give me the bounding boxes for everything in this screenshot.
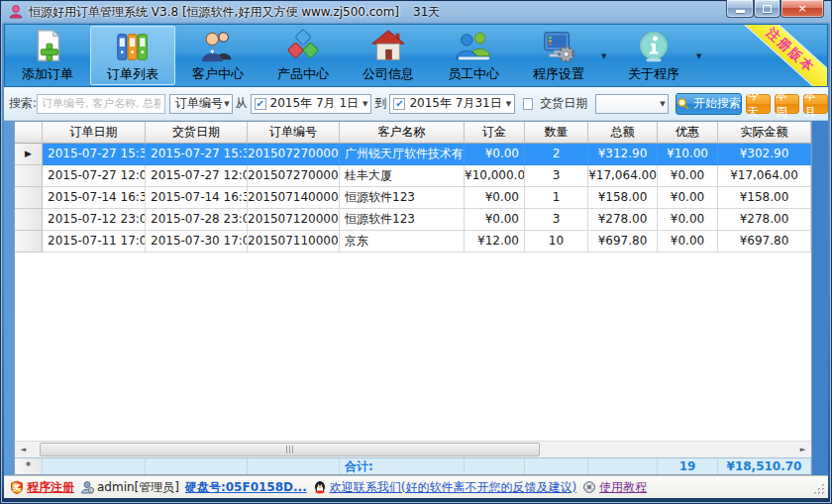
new-row-marker: * (15, 458, 43, 474)
this-week-button[interactable]: 本周 (775, 94, 799, 114)
table-row[interactable]: ▶ 2015-07-27 15:37 2015-07-27 15:37 2015… (15, 144, 811, 165)
tutorial-icon (582, 480, 596, 494)
cell-delivery-date: 2015-07-27 12:06 (146, 165, 248, 187)
disk-id-text[interactable]: 硬盘号:05F0158D... (185, 479, 307, 496)
column-header[interactable]: 订金 (465, 122, 525, 144)
chevron-down-icon: ▼ (506, 100, 511, 108)
cell-customer: 桂丰大厦 (340, 165, 465, 187)
employee-center-icon (455, 28, 492, 65)
register-link-text[interactable]: 程序注册 (27, 479, 74, 496)
product-center-icon (284, 28, 322, 65)
totals-quantity: 19 (658, 458, 718, 474)
app-window: 恒源好用订单管理系统 V3.8 [恒源软件,好用又方便 www.zj500.co… (0, 0, 832, 504)
settings-icon (540, 28, 577, 65)
column-header[interactable]: 总额 (588, 122, 658, 144)
toolbar-add-order[interactable]: 添加订单 (5, 26, 90, 85)
toolbar-settings[interactable]: 程序设置 (516, 26, 601, 85)
column-header[interactable]: 数量 (525, 122, 588, 144)
tutorial-link-text[interactable]: 使用教程 (599, 479, 647, 496)
svg-text:奖: 奖 (12, 483, 22, 492)
cell-quantity: 10 (525, 231, 588, 252)
contact-link-text[interactable]: 欢迎联系我们(好的软件离不开您的反馈及建议) (330, 479, 576, 496)
cell-deposit: ¥0.00 (465, 187, 525, 209)
contact-link[interactable]: 欢迎联系我们(好的软件离不开您的反馈及建议) (313, 479, 576, 496)
disk-id-link[interactable]: 硬盘号:05F0158D... (185, 479, 307, 496)
qq-icon (313, 480, 327, 494)
column-header[interactable]: 优惠 (658, 122, 718, 144)
scrollbar-thumb[interactable] (40, 443, 540, 456)
register-link[interactable]: 奖 程序注册 (10, 479, 74, 496)
resize-grip[interactable] (813, 483, 826, 496)
today-button[interactable]: 今天 (746, 94, 771, 114)
column-header[interactable]: 客户名称 (340, 122, 465, 144)
toolbar-product-center[interactable]: 产品中心 (260, 26, 346, 85)
toolbar-label: 公司信息 (363, 65, 414, 83)
totals-empty-cell (465, 458, 525, 474)
about-dropdown-icon[interactable]: ▼ (696, 52, 706, 60)
column-header[interactable]: 交货日期 (146, 122, 248, 144)
row-selector-cell (15, 165, 43, 187)
cell-discount: ¥0.00 (658, 165, 718, 187)
toolbar-about[interactable]: 关于程序 (611, 26, 696, 85)
table-row[interactable]: 2015-07-12 23:01 2015-07-28 23:01 201507… (15, 209, 811, 231)
delivery-date-combobox[interactable]: ▼ (595, 94, 668, 114)
registration-ribbon: 注册版本 (727, 24, 828, 87)
add-order-icon (29, 28, 66, 65)
delivery-date-checkbox[interactable] (523, 98, 533, 110)
table-row[interactable]: 2015-07-14 16:30 2015-07-14 16:30 201507… (15, 187, 811, 209)
scroll-right-icon[interactable]: ► (794, 442, 811, 457)
toolbar-employee-center[interactable]: 员工中心 (431, 26, 516, 85)
chevron-down-icon: ▼ (224, 100, 229, 108)
scroll-left-icon[interactable]: ◄ (15, 442, 32, 457)
cell-total: ¥17,064.00 (588, 165, 658, 187)
totals-label: 合计: (340, 458, 465, 474)
maximize-icon (763, 5, 772, 13)
delivery-date-label: 交货日期 (540, 95, 587, 112)
table-row[interactable]: 2015-07-27 12:06 2015-07-27 12:06 201507… (15, 165, 811, 187)
cell-quantity: 1 (525, 187, 588, 209)
tutorial-link[interactable]: 使用教程 (582, 479, 647, 496)
cell-discount: ¥10.00 (658, 144, 718, 165)
cell-actual-amount: ¥278.00 (718, 209, 811, 231)
date-to-checkbox[interactable]: ✔ (393, 98, 405, 110)
totals-row: * 合计: 19 ¥18,510.70 (15, 457, 811, 474)
cell-order-date: 2015-07-27 12:06 (43, 165, 146, 187)
shield-icon: 奖 (10, 480, 24, 494)
horizontal-scrollbar[interactable]: ◄ ► (15, 441, 811, 457)
column-header[interactable]: 订单编号 (248, 122, 340, 144)
row-selector-cell (15, 209, 43, 231)
toolbar-order-list[interactable]: 订单列表 (90, 26, 175, 85)
cell-quantity: 3 (525, 209, 588, 231)
column-header[interactable]: 订单日期 (43, 122, 146, 144)
cell-delivery-date: 2015-07-14 16:30 (146, 187, 248, 209)
date-from-checkbox[interactable]: ✔ (255, 98, 266, 110)
table-header-row: 订单日期 交货日期 订单编号 客户名称 订金 数量 总额 优惠 实际金额 (15, 122, 811, 144)
search-input[interactable] (37, 94, 165, 114)
cell-quantity: 2 (525, 144, 588, 165)
this-month-button[interactable]: 本月 (803, 94, 828, 114)
toolbar-company-info[interactable]: 公司信息 (346, 26, 431, 85)
maximize-button[interactable] (754, 0, 780, 18)
close-button[interactable]: × (780, 0, 824, 18)
column-header[interactable]: 实际金额 (718, 122, 811, 144)
cell-quantity: 3 (525, 165, 588, 187)
minimize-icon (736, 10, 745, 13)
cell-total: ¥312.90 (588, 144, 658, 165)
status-bar: 奖 程序注册 admin[管理员] 硬盘号:05F0158D... 欢迎联系我 (4, 475, 828, 498)
totals-empty-cell (248, 458, 340, 474)
date-to-picker[interactable]: ✔ 2015年 7月31日 ▼ (389, 94, 515, 114)
cell-deposit: ¥12.00 (465, 231, 525, 252)
cell-discount: ¥0.00 (658, 209, 718, 231)
start-search-button[interactable]: 开始搜索 (676, 93, 743, 115)
toolbar-label: 产品中心 (277, 65, 329, 83)
header-selector-cell (15, 122, 43, 144)
settings-dropdown-icon[interactable]: ▼ (601, 52, 611, 60)
totals-amount: ¥18,510.70 (718, 458, 811, 474)
user-name: admin[管理员] (97, 479, 179, 496)
toolbar-customer-center[interactable]: 客户中心 (175, 26, 260, 85)
user-icon (80, 480, 94, 494)
search-field-combobox[interactable]: 订单编号 ▼ (169, 94, 233, 114)
table-row[interactable]: 2015-07-11 17:02 2015-07-30 17:02 201507… (15, 231, 811, 252)
minimize-button[interactable] (726, 0, 754, 18)
date-from-picker[interactable]: ✔ 2015年 7月 1日 ▼ (251, 94, 372, 114)
